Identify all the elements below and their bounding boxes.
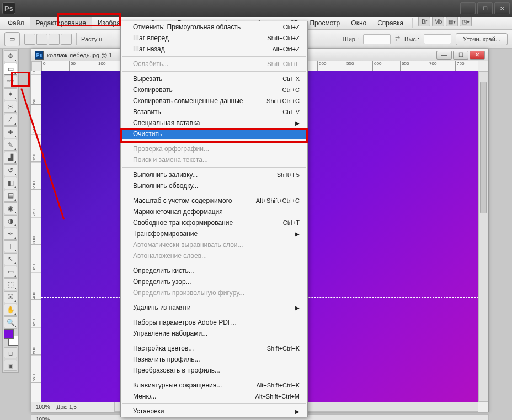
menuitem-установки[interactable]: Установки▶ — [121, 406, 307, 417]
quick-mask-icon[interactable]: ◻ — [4, 347, 17, 358]
dodge-tool[interactable]: ◑ — [4, 215, 17, 227]
menuitem-управление-наборами-[interactable]: Управление наборами... — [121, 328, 307, 339]
hand-tool[interactable]: ✋ — [4, 304, 17, 316]
app-close-icon[interactable]: ✕ — [494, 2, 510, 14]
menu-редактирование[interactable]: Редактирование — [30, 17, 92, 29]
healing-tool[interactable]: ✚ — [4, 126, 17, 138]
app-zoom-level[interactable]: 100% — [36, 417, 50, 421]
app-min-icon[interactable]: — — [460, 2, 476, 14]
eyedropper-tool[interactable]: ∕ — [4, 114, 17, 126]
ruler-vertical[interactable]: 050100150200250300350400450500550 — [31, 71, 41, 402]
magic-wand-tool[interactable]: ✦ — [4, 88, 17, 100]
menu-справка[interactable]: Справка — [372, 17, 409, 29]
menuitem-преобразовать-в-профиль-[interactable]: Преобразовать в профиль... — [121, 365, 307, 376]
brush-tool[interactable]: ✎ — [4, 139, 17, 151]
document-type-icon: Ps — [35, 51, 44, 60]
menuitem-настройка-цветов-[interactable]: Настройка цветов...Shift+Ctrl+K — [121, 343, 307, 354]
menubar-shortcut-icon-3[interactable]: ◳▾ — [460, 17, 472, 26]
menu-файл[interactable]: Файл — [2, 17, 30, 29]
menuitem-ослабить-: Ослабить...Shift+Ctrl+F — [121, 58, 307, 69]
doc-min-icon[interactable]: — — [436, 51, 452, 60]
app-logo: Ps — [2, 2, 15, 14]
menuitem-трансформирование[interactable]: Трансформирование▶ — [121, 228, 307, 239]
type-tool[interactable]: T — [4, 240, 17, 252]
zoom-tool[interactable]: 🔍 — [4, 316, 17, 329]
doc-size-info[interactable]: Док: 1,5 — [57, 404, 77, 410]
menuitem-вырезать[interactable]: ВырезатьCtrl+X — [121, 73, 307, 84]
menuitem-поиск-и-замена-текста-: Поиск и замена текста... — [121, 154, 307, 165]
blur-tool[interactable]: ◉ — [4, 202, 17, 214]
shape-tool[interactable]: ▭ — [4, 266, 17, 278]
lasso-tool[interactable]: 〰 — [4, 76, 17, 88]
doc-max-icon[interactable]: ☐ — [453, 51, 468, 60]
move-tool[interactable]: ✥ — [4, 50, 17, 62]
caption-bar: Ps — ☐ ✕ — [0, 0, 512, 17]
menuitem-марионеточная-деформация[interactable]: Марионеточная деформация — [121, 206, 307, 217]
toolbox: ✥▭〰✦✂∕✚✎▟↺◧▤◉◑✒T↖▭⬚⦿✋🔍◻▣ — [2, 49, 19, 373]
3d-tool[interactable]: ⬚ — [4, 278, 17, 290]
3d-camera-tool[interactable]: ⦿ — [4, 291, 17, 303]
menuitem-определить-узор-[interactable]: Определить узор... — [121, 276, 307, 287]
menuitem-меню-[interactable]: Меню...Alt+Shift+Ctrl+M — [121, 391, 307, 402]
menuitem-скопировать[interactable]: СкопироватьCtrl+C — [121, 84, 307, 95]
menuitem-шаг-назад[interactable]: Шаг назадAlt+Ctrl+Z — [121, 44, 307, 55]
menuitem-определить-кисть-[interactable]: Определить кисть... — [121, 265, 307, 276]
history-brush-tool[interactable]: ↺ — [4, 164, 17, 176]
menuitem-вставить[interactable]: ВставитьCtrl+V — [121, 106, 307, 117]
menuitem-наборы-параметров-adobe-pdf-[interactable]: Наборы параметров Adobe PDF... — [121, 317, 307, 328]
swap-wh-icon[interactable]: ⇄ — [395, 35, 400, 42]
eraser-tool[interactable]: ◧ — [4, 177, 17, 189]
scrollbar-vertical[interactable] — [478, 71, 488, 402]
selection-mode-group[interactable] — [24, 34, 72, 45]
app-max-icon[interactable]: ☐ — [477, 2, 493, 14]
color-swatches[interactable] — [4, 329, 18, 346]
menuitem-специальная-вставка[interactable]: Специальная вставка▶ — [121, 117, 307, 128]
menubar-shortcut-icon-0[interactable]: Br — [418, 17, 430, 26]
menuitem-выполнить-заливку-[interactable]: Выполнить заливку...Shift+F5 — [121, 169, 307, 180]
menuitem-скопировать-совмещенные-данные[interactable]: Скопировать совмещенные данныеShift+Ctrl… — [121, 95, 307, 106]
ruler-origin[interactable] — [31, 61, 41, 71]
menubar-shortcut-icon-2[interactable]: ▦▾ — [446, 17, 458, 26]
menuitem-назначить-профиль-[interactable]: Назначить профиль... — [121, 354, 307, 365]
menuitem-удалить-из-памяти[interactable]: Удалить из памяти▶ — [121, 302, 307, 313]
marquee-tool[interactable]: ▭ — [4, 63, 17, 75]
menuitem-масштаб-с-учетом-содержимого[interactable]: Масштаб с учетом содержимогоAlt+Shift+Ct… — [121, 195, 307, 206]
refine-edge-button[interactable]: Уточн. край... — [456, 33, 508, 45]
document-title: коллаж-лебедь.jpg @ 1 — [47, 52, 113, 58]
zoom-level[interactable]: 100% — [36, 404, 50, 410]
width-label: Шир.: — [343, 36, 359, 42]
menuitem-автоматически-выравнивать-слои-: Автоматически выравнивать слои... — [121, 239, 307, 250]
menuitem-очистить[interactable]: Очистить — [121, 128, 307, 139]
height-input[interactable] — [424, 34, 451, 44]
path-tool[interactable]: ↖ — [4, 253, 17, 265]
feather-label: Растуш — [81, 36, 102, 42]
menuitem-отменить-прямоугольная-область[interactable]: Отменить: Прямоугольная областьCtrl+Z — [121, 21, 307, 33]
menubar-shortcut-icon-1[interactable]: Mb — [432, 17, 444, 26]
menu-окно[interactable]: Окно — [345, 17, 372, 29]
width-input[interactable] — [363, 34, 391, 44]
doc-close-icon[interactable]: ✕ — [470, 51, 485, 60]
crop-tool[interactable]: ✂ — [4, 101, 17, 113]
menuitem-определить-произвольную-фигуру-: Определить произвольную фигуру... — [121, 287, 307, 298]
pen-tool[interactable]: ✒ — [4, 228, 17, 240]
menuitem-клавиатурные-сокращения-[interactable]: Клавиатурные сокращения...Alt+Shift+Ctrl… — [121, 380, 307, 391]
screen-mode-icon[interactable]: ▣ — [4, 360, 17, 371]
menu-просмотр[interactable]: Просмотр — [304, 17, 345, 29]
menuitem-выполнить-обводку-[interactable]: Выполнить обводку... — [121, 180, 307, 191]
menuitem-автоналожение-слоев-: Автоналожение слоев... — [121, 250, 307, 261]
stamp-tool[interactable]: ▟ — [4, 152, 17, 164]
menuitem-свободное-трансформирование[interactable]: Свободное трансформированиеCtrl+T — [121, 217, 307, 228]
tool-preset-icon[interactable]: ▭ — [4, 32, 20, 46]
menuitem-шаг-вперед[interactable]: Шаг впередShift+Ctrl+Z — [121, 33, 307, 44]
gradient-tool[interactable]: ▤ — [4, 190, 17, 202]
edit-menu-dropdown: Отменить: Прямоугольная областьCtrl+ZШаг… — [120, 21, 308, 417]
height-label: Выс.: — [404, 36, 419, 42]
menuitem-проверка-орфографии-: Проверка орфографии... — [121, 143, 307, 154]
